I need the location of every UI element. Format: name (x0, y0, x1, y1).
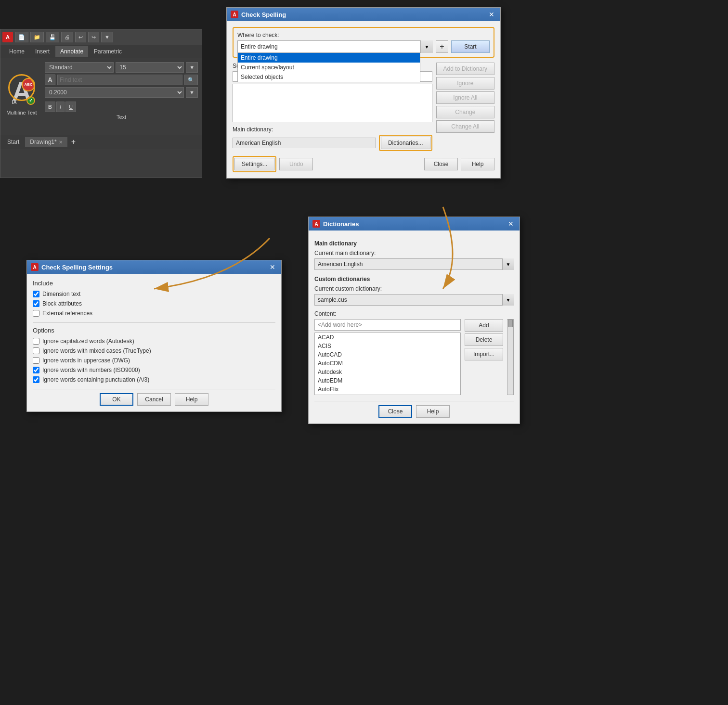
add-where-btn[interactable]: + (436, 40, 448, 53)
tab-home[interactable]: Home (4, 46, 29, 57)
new-btn[interactable]: 📄 (15, 32, 28, 42)
italic-btn[interactable]: I (56, 102, 65, 112)
ok-btn[interactable]: OK (100, 393, 133, 406)
print-btn[interactable]: 🖨 (61, 32, 73, 42)
dict-action-buttons: Add Delete Import... (465, 319, 503, 360)
opt2-checkbox[interactable] (33, 347, 39, 354)
word-list-item[interactable]: AutoCAD (315, 350, 460, 359)
word-list-item[interactable]: ACIS (315, 342, 460, 350)
where-dropdown-wrapper: Entire drawing ▼ Entire drawing Current … (237, 40, 433, 53)
main-dict-group-label: Main dictionary (314, 240, 514, 247)
word-list-item[interactable]: AutoEDM (315, 376, 460, 385)
opt5-checkbox[interactable] (33, 376, 39, 383)
scrollbar[interactable] (507, 319, 514, 395)
where-dropdown-display[interactable]: Entire drawing (237, 40, 433, 53)
start-tab[interactable]: Start (2, 137, 24, 147)
open-btn[interactable]: 📁 (30, 32, 44, 42)
add-word-btn[interactable]: Add (465, 319, 503, 332)
content-row: ACAD ACIS AutoCAD AutoCDM Autodesk AutoE… (314, 319, 514, 395)
drawing-tab[interactable]: Drawing1* ✕ (25, 137, 67, 147)
start-btn[interactable]: Start (451, 40, 490, 53)
dim-text-checkbox[interactable] (33, 291, 39, 297)
tab-parametric[interactable]: Parametric (89, 46, 127, 57)
dropdown-option-entire[interactable]: Entire drawing (238, 53, 420, 63)
block-attr-row: Block attributes (33, 300, 275, 307)
settings-btn-wrapper: Settings... (233, 156, 276, 172)
spell-bottom-row: Settings... Undo Close Help (233, 156, 494, 172)
delete-word-btn[interactable]: Delete (465, 333, 503, 346)
find-btn[interactable]: 🔍 (184, 75, 198, 85)
redo-toolbar-btn[interactable]: ↪ (88, 32, 99, 42)
opt5-label: Ignore words containing punctuation (A/3… (42, 376, 149, 383)
change-btn[interactable]: Change (436, 106, 494, 118)
height-options-btn[interactable]: ▼ (186, 87, 198, 98)
font-size-select[interactable]: 15 (116, 62, 184, 73)
block-attr-label: Block attributes (42, 300, 82, 307)
help-spell-btn[interactable]: Help (461, 158, 494, 170)
opt4-checkbox[interactable] (33, 367, 39, 373)
word-list-item[interactable]: ACAD (315, 333, 460, 342)
add-word-input[interactable] (314, 319, 461, 331)
settings-btn[interactable]: Settings... (234, 158, 274, 170)
add-to-dict-btn[interactable]: Add to Dictionary (436, 63, 494, 75)
check-spelling-titlebar: A Check Spelling ✕ (227, 8, 500, 21)
bold-btn[interactable]: B (45, 102, 55, 112)
word-list-item[interactable]: AutoFlix (315, 385, 460, 394)
custom-dict-chevron[interactable]: ▼ (502, 294, 514, 306)
ext-ref-checkbox[interactable] (33, 310, 39, 317)
block-attr-checkbox[interactable] (33, 300, 39, 307)
dropdown-option-selected[interactable]: Selected objects (238, 72, 420, 82)
dict-close-btn[interactable]: Close (378, 405, 412, 418)
check-spelling-body: Where to check: Entire drawing ▼ Entire … (227, 21, 500, 178)
opt4-row: Ignore words with numbers (ISO9000) (33, 367, 275, 373)
where-dropdown-arrow[interactable]: ▼ (420, 40, 433, 53)
current-custom-value: sample.cus (314, 294, 514, 306)
settings-help-btn[interactable]: Help (175, 393, 208, 406)
main-dict-chevron[interactable]: ▼ (502, 258, 514, 270)
tab-close-icon[interactable]: ✕ (59, 140, 63, 145)
cancel-btn[interactable]: Cancel (137, 393, 171, 406)
dictionaries-close[interactable]: ✕ (506, 219, 516, 229)
word-list-item[interactable]: Autodesk (315, 368, 460, 376)
word-list-item[interactable]: AutoCDM (315, 359, 460, 368)
close-spell-btn[interactable]: Close (424, 158, 458, 170)
include-section: Include Dimension text Block attributes … (33, 280, 275, 317)
settings-close[interactable]: ✕ (268, 262, 277, 272)
find-text-input[interactable] (57, 75, 182, 85)
settings-footer: OK Cancel Help (33, 389, 275, 406)
ignore-btn[interactable]: Ignore (436, 77, 494, 90)
multiline-text-tool[interactable]: A ABC ✓ IA Multiline Text (2, 60, 41, 133)
check-badge: ✓ (26, 96, 35, 105)
tab-insert[interactable]: Insert (30, 46, 54, 57)
dict-help-btn[interactable]: Help (416, 405, 450, 418)
add-tab-btn[interactable]: + (68, 138, 78, 146)
height-select[interactable]: 0.2000 (45, 87, 184, 98)
opt3-label: Ignore words in uppercase (DWG) (42, 357, 130, 364)
opt3-row: Ignore words in uppercase (DWG) (33, 357, 275, 364)
import-btn[interactable]: Import... (465, 348, 503, 360)
opt1-checkbox[interactable] (33, 338, 39, 345)
word-list-item[interactable]: AutoLathe (315, 394, 460, 395)
check-spelling-close[interactable]: ✕ (487, 10, 496, 19)
dictionaries-btn[interactable]: Dictionaries... (381, 137, 430, 149)
main-dict-row: Main dictionary: (233, 126, 432, 133)
check-spelling-dialog: A Check Spelling ✕ Where to check: Entir… (226, 7, 501, 179)
save-btn[interactable]: 💾 (46, 32, 59, 42)
change-all-btn[interactable]: Change All (436, 120, 494, 133)
word-list-box: ACAD ACIS AutoCAD AutoCDM Autodesk AutoE… (314, 333, 461, 395)
style-options-btn[interactable]: ▼ (186, 62, 198, 73)
abc-badge: ABC (22, 78, 35, 91)
ignore-all-btn[interactable]: Ignore All (436, 91, 494, 104)
underline-btn[interactable]: U (65, 102, 76, 112)
undo-btn[interactable]: Undo (279, 158, 313, 170)
opt3-checkbox[interactable] (33, 357, 39, 364)
dropdown-option-current[interactable]: Current space/layout (238, 63, 420, 72)
undo-toolbar-btn[interactable]: ↩ (75, 32, 86, 42)
tab-annotate[interactable]: Annotate (55, 46, 88, 57)
settings-divider (33, 322, 275, 323)
dict-footer: Close Help (314, 401, 514, 418)
opt5-row: Ignore words containing punctuation (A/3… (33, 376, 275, 383)
dictionaries-title: Dictionaries (323, 220, 359, 228)
style-select[interactable]: Standard (45, 62, 114, 73)
more-btn[interactable]: ▼ (101, 32, 113, 42)
